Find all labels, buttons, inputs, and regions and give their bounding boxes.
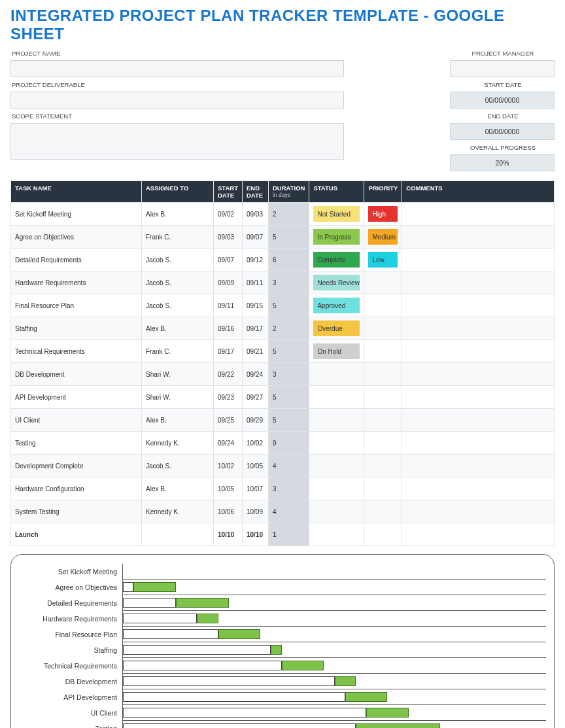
- end-cell[interactable]: 09/15: [242, 294, 268, 317]
- priority-cell[interactable]: [364, 477, 402, 500]
- table-row[interactable]: Development CompleteJacob S.10/0210/054: [11, 455, 555, 477]
- assigned-cell[interactable]: Alex B.: [142, 203, 214, 226]
- duration-cell[interactable]: 2: [268, 317, 309, 340]
- assigned-cell[interactable]: Jacob S.: [142, 271, 214, 294]
- task-name-cell[interactable]: UI Client: [11, 409, 142, 432]
- assigned-cell[interactable]: Shari W.: [142, 386, 214, 409]
- duration-cell[interactable]: 3: [268, 477, 309, 500]
- end-cell[interactable]: 09/11: [242, 271, 268, 294]
- assigned-cell[interactable]: Alex B.: [142, 317, 214, 340]
- duration-cell[interactable]: 1: [268, 523, 309, 546]
- end-date-display[interactable]: 00/00/0000: [450, 123, 555, 140]
- task-name-cell[interactable]: Set Kickoff Meeting: [11, 203, 142, 226]
- task-name-cell[interactable]: System Testing: [11, 500, 142, 523]
- status-cell[interactable]: [309, 432, 364, 455]
- comments-cell[interactable]: [402, 523, 555, 546]
- assigned-cell[interactable]: Alex B.: [142, 409, 214, 432]
- assigned-cell[interactable]: Jacob S.: [142, 455, 214, 477]
- start-cell[interactable]: 09/16: [214, 317, 243, 340]
- priority-cell[interactable]: [364, 363, 402, 386]
- priority-cell[interactable]: [364, 271, 402, 294]
- table-row[interactable]: Technical RequirementsFrank C.09/1709/21…: [11, 340, 555, 363]
- status-cell[interactable]: In Progress: [309, 226, 364, 249]
- table-row[interactable]: DB DevelopmentShari W.09/2209/243: [11, 363, 555, 386]
- table-row[interactable]: System TestingKennedy K.10/0610/094: [11, 500, 555, 523]
- status-cell[interactable]: [309, 455, 364, 477]
- duration-cell[interactable]: 5: [268, 386, 309, 409]
- duration-cell[interactable]: 6: [268, 249, 309, 271]
- comments-cell[interactable]: [402, 455, 555, 477]
- start-cell[interactable]: 09/23: [214, 386, 243, 409]
- status-cell[interactable]: [309, 409, 364, 432]
- project-deliverable-input[interactable]: [10, 92, 344, 109]
- priority-cell[interactable]: [364, 294, 402, 317]
- start-date-display[interactable]: 00/00/0000: [450, 92, 555, 109]
- comments-cell[interactable]: [402, 500, 555, 523]
- table-row[interactable]: UI ClientAlex B.09/2509/295: [11, 409, 555, 432]
- priority-cell[interactable]: [364, 500, 402, 523]
- comments-cell[interactable]: [402, 386, 555, 409]
- duration-cell[interactable]: 5: [268, 409, 309, 432]
- comments-cell[interactable]: [402, 226, 555, 249]
- priority-cell[interactable]: [364, 455, 402, 477]
- table-row[interactable]: Set Kickoff MeetingAlex B.09/0209/032Not…: [11, 203, 555, 226]
- task-name-cell[interactable]: Launch: [11, 523, 142, 546]
- table-row[interactable]: Agree on ObjectivesFrank C.09/0309/075In…: [11, 226, 555, 249]
- status-cell[interactable]: Needs Review: [309, 271, 364, 294]
- table-row[interactable]: Final Resource PlanJacob S.09/1109/155Ap…: [11, 294, 555, 317]
- duration-cell[interactable]: 5: [268, 340, 309, 363]
- duration-cell[interactable]: 2: [268, 203, 309, 226]
- start-cell[interactable]: 10/10: [214, 523, 243, 546]
- comments-cell[interactable]: [402, 477, 555, 500]
- status-cell[interactable]: [309, 386, 364, 409]
- comments-cell[interactable]: [402, 203, 555, 226]
- end-cell[interactable]: 09/17: [242, 317, 268, 340]
- task-name-cell[interactable]: Agree on Objectives: [11, 226, 142, 249]
- priority-cell[interactable]: Medium: [364, 226, 402, 249]
- start-cell[interactable]: 09/22: [214, 363, 243, 386]
- assigned-cell[interactable]: Shari W.: [142, 363, 214, 386]
- start-cell[interactable]: 09/03: [214, 226, 243, 249]
- comments-cell[interactable]: [402, 409, 555, 432]
- duration-cell[interactable]: 5: [268, 226, 309, 249]
- comments-cell[interactable]: [402, 249, 555, 271]
- end-cell[interactable]: 10/10: [242, 523, 268, 546]
- priority-cell[interactable]: [364, 432, 402, 455]
- duration-cell[interactable]: 9: [268, 432, 309, 455]
- duration-cell[interactable]: 3: [268, 363, 309, 386]
- end-cell[interactable]: 09/12: [242, 249, 268, 271]
- start-cell[interactable]: 09/25: [214, 409, 243, 432]
- task-name-cell[interactable]: Testing: [11, 432, 142, 455]
- end-cell[interactable]: 09/07: [242, 226, 268, 249]
- task-name-cell[interactable]: Hardware Requirements: [11, 271, 142, 294]
- assigned-cell[interactable]: Kennedy K.: [142, 432, 214, 455]
- status-cell[interactable]: [309, 477, 364, 500]
- duration-cell[interactable]: 5: [268, 294, 309, 317]
- end-cell[interactable]: 09/27: [242, 386, 268, 409]
- duration-cell[interactable]: 4: [268, 455, 309, 477]
- scope-statement-input[interactable]: [10, 123, 344, 160]
- project-manager-input[interactable]: [450, 60, 555, 77]
- task-table[interactable]: TASK NAME ASSIGNED TO START DATE END DAT…: [10, 181, 555, 546]
- end-cell[interactable]: 09/21: [242, 340, 268, 363]
- start-cell[interactable]: 09/17: [214, 340, 243, 363]
- assigned-cell[interactable]: Jacob S.: [142, 249, 214, 271]
- assigned-cell[interactable]: Alex B.: [142, 477, 214, 500]
- task-name-cell[interactable]: Technical Requirements: [11, 340, 142, 363]
- priority-cell[interactable]: [364, 409, 402, 432]
- status-cell[interactable]: [309, 500, 364, 523]
- comments-cell[interactable]: [402, 432, 555, 455]
- table-row[interactable]: Hardware RequirementsJacob S.09/0909/113…: [11, 271, 555, 294]
- task-name-cell[interactable]: Development Complete: [11, 455, 142, 477]
- table-row[interactable]: API DevelopmentShari W.09/2309/275: [11, 386, 555, 409]
- table-row[interactable]: Detailed RequirementsJacob S.09/0709/126…: [11, 249, 555, 271]
- start-cell[interactable]: 10/06: [214, 500, 243, 523]
- assigned-cell[interactable]: Jacob S.: [142, 294, 214, 317]
- priority-cell[interactable]: [364, 340, 402, 363]
- status-cell[interactable]: Not Started: [309, 203, 364, 226]
- comments-cell[interactable]: [402, 294, 555, 317]
- task-name-cell[interactable]: Staffing: [11, 317, 142, 340]
- assigned-cell[interactable]: Frank C.: [142, 226, 214, 249]
- status-cell[interactable]: [309, 523, 364, 546]
- task-name-cell[interactable]: Final Resource Plan: [11, 294, 142, 317]
